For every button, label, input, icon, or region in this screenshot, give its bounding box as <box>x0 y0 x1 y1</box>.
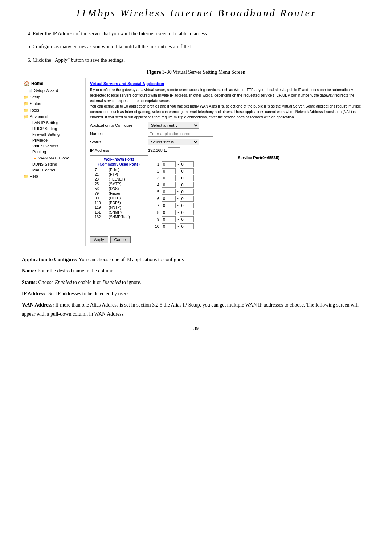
well-known-port-row: 79(Finger) <box>93 191 145 196</box>
well-known-port-row: 161(SNMP) <box>93 210 145 215</box>
folder-icon-tools: 📁 <box>24 108 29 113</box>
port-from-input[interactable] <box>162 210 176 215</box>
port-from-input[interactable] <box>162 223 176 229</box>
service-port-row: 5. ~ <box>152 189 366 195</box>
sidebar-label-firewall: Firewall Setting <box>32 132 60 137</box>
ip-address-control[interactable]: 192.168.1. 0 <box>148 147 180 153</box>
well-known-port-row: 23(TELNET) <box>93 177 145 182</box>
app-configure-control[interactable]: Select an entry <box>148 122 199 129</box>
port-number: 162 <box>93 215 107 219</box>
sidebar-item-tools[interactable]: 📁 Tools <box>22 107 85 113</box>
sidebar-item-mac-control[interactable]: MAC Control <box>22 167 85 173</box>
port-row-num: 2. <box>152 169 160 173</box>
port-to-input[interactable] <box>180 175 194 181</box>
sidebar-item-setup[interactable]: 📁 Setup <box>22 94 85 100</box>
status-control[interactable]: Select status <box>148 139 199 145</box>
text-status-end: to ignore. <box>122 280 142 285</box>
port-to-input[interactable] <box>180 168 194 174</box>
port-to-input[interactable] <box>180 182 194 188</box>
sidebar-label-wan-mac: WAN MAC Clone <box>38 156 69 160</box>
folder-icon-help: 📁 <box>24 174 29 179</box>
figure-caption: Figure 3-30 Virtual Server Setting Menu … <box>22 69 370 75</box>
section-description: If you configure the gateway as a virtua… <box>90 87 366 120</box>
sidebar-item-help[interactable]: 📁 Help <box>22 173 85 179</box>
port-to-input[interactable] <box>180 189 194 195</box>
desc-wan: WAN Address: If more than one Alias Addr… <box>22 300 370 319</box>
well-known-port-row: 7(Echo) <box>93 167 145 172</box>
port-to-input[interactable] <box>180 161 194 167</box>
port-from-input[interactable] <box>162 168 176 174</box>
status-row: Status : Select status <box>90 139 366 145</box>
service-port-row: 7. ~ <box>152 203 366 208</box>
port-to-input[interactable] <box>180 216 194 222</box>
bottom-text: Application to Configure: You can choose… <box>22 255 370 319</box>
well-known-port-row: 80(HTTP) <box>93 196 145 200</box>
cancel-button[interactable]: Cancel <box>110 236 131 243</box>
port-to-input[interactable] <box>180 196 194 202</box>
name-row: Name : <box>90 131 366 137</box>
sidebar-label-tools: Tools <box>30 108 39 112</box>
apply-button[interactable]: Apply <box>90 236 108 243</box>
port-row-num: 5. <box>152 190 160 194</box>
sidebar-label-ddns: DDNS Setting <box>32 162 57 166</box>
name-control[interactable] <box>148 131 213 137</box>
sidebar-item-dhcp[interactable]: DHCP Setting <box>22 126 85 131</box>
section-title: Virtual Servers and Special Application <box>90 81 366 86</box>
figure-title-text: Virtual Server Setting Menu Screen <box>173 69 245 75</box>
italic-enabled: Enabled <box>55 280 72 285</box>
sidebar-item-ddns[interactable]: DDNS Setting <box>22 161 85 167</box>
port-from-input[interactable] <box>162 175 176 181</box>
app-configure-select[interactable]: Select an entry <box>148 122 199 129</box>
sidebar-item-virtual-servers[interactable]: Virtual Servers <box>22 143 85 149</box>
port-row-num: 6. <box>152 197 160 201</box>
service-port-row: 3. ~ <box>152 175 366 181</box>
port-dash: ~ <box>177 190 179 194</box>
port-from-input[interactable] <box>162 196 176 202</box>
port-from-input[interactable] <box>162 189 176 195</box>
sidebar-item-home[interactable]: 🏠 Home <box>22 80 85 87</box>
text-status-mid: to enable it or <box>73 280 102 285</box>
well-known-port-row: 119(NNTP) <box>93 205 145 210</box>
port-row-num: 9. <box>152 217 160 222</box>
sidebar-label-privilege: Privilege <box>32 138 48 142</box>
port-from-input[interactable] <box>162 203 176 208</box>
port-dash: ~ <box>177 169 179 173</box>
well-known-ports-table: 7(Echo)21(FTP)23(TELNET)25(SMTP)53(DNS)7… <box>93 167 145 219</box>
sidebar-label-dhcp: DHCP Setting <box>32 126 57 131</box>
figure-label: Figure 3-30 <box>147 69 172 75</box>
page-title: 11Mbps Wireless Internet Broadband Route… <box>22 7 370 19</box>
port-dash: ~ <box>177 162 179 166</box>
sidebar-item-lan-ip[interactable]: LAN IP Setting <box>22 120 85 126</box>
port-number: 80 <box>93 196 107 200</box>
sidebar-item-routing[interactable]: Routing <box>22 149 85 155</box>
sidebar-item-firewall[interactable]: Firewall Setting <box>22 131 85 137</box>
port-number: 25 <box>93 182 107 186</box>
port-to-input[interactable] <box>180 203 194 208</box>
sidebar-item-advanced[interactable]: 📁 Advanced <box>22 113 85 120</box>
app-configure-label: Application to Configure : <box>90 123 148 127</box>
service-port-row: 2. ~ <box>152 168 366 174</box>
port-number: 79 <box>93 191 107 196</box>
sidebar-item-privilege[interactable]: Privilege <box>22 137 85 143</box>
sidebar-item-setup-wizard[interactable]: 📄 Setup Wizard <box>22 87 85 94</box>
status-select[interactable]: Select status <box>148 139 199 145</box>
port-to-input[interactable] <box>180 223 194 229</box>
sidebar-item-status[interactable]: 📁 Status <box>22 100 85 107</box>
port-name: (SNMP Trap) <box>107 215 145 219</box>
ip-suffix-input[interactable]: 0 <box>168 147 180 153</box>
desc-ip: IP Address: Set IP addresses to be detec… <box>22 289 370 298</box>
form-actions: Apply Cancel <box>90 234 366 243</box>
port-dash: ~ <box>177 203 179 208</box>
sidebar-item-wan-mac[interactable]: ● WAN MAC Clone <box>22 155 85 161</box>
port-from-input[interactable] <box>162 216 176 222</box>
name-input[interactable] <box>148 131 213 137</box>
port-name: (DNS) <box>107 186 145 191</box>
service-ports-section: Well-known Ports (Commonly Used Ports) 7… <box>90 155 366 230</box>
well-known-port-row: 110(POP3) <box>93 200 145 205</box>
port-from-input[interactable] <box>162 161 176 167</box>
port-from-input[interactable] <box>162 182 176 188</box>
sidebar-label-setup: Setup <box>30 95 40 99</box>
port-to-input[interactable] <box>180 210 194 215</box>
term-app-configure: Application to Configure: <box>22 257 78 262</box>
name-label: Name : <box>90 131 148 136</box>
